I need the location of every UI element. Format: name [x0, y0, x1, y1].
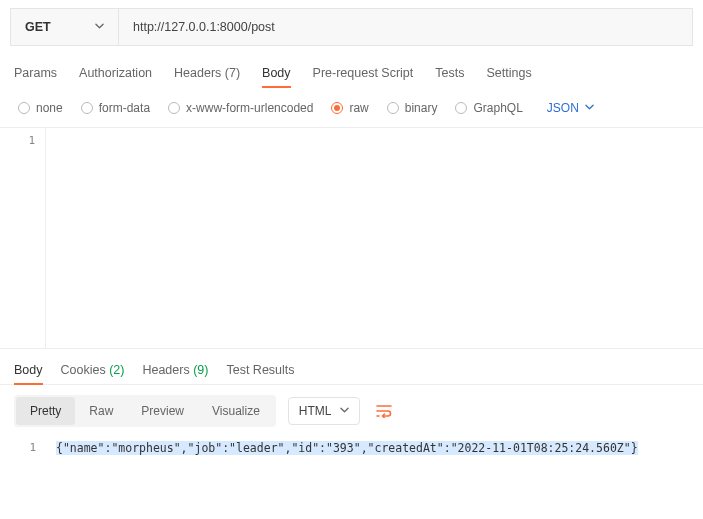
view-visualize[interactable]: Visualize [198, 397, 274, 425]
response-tabs: Body Cookies (2) Headers (9) Test Result… [0, 349, 703, 384]
radio-xwww[interactable]: x-www-form-urlencoded [168, 101, 313, 115]
radio-dot-icon [455, 102, 467, 114]
tab-tests[interactable]: Tests [435, 60, 464, 87]
editor-gutter: 1 [0, 435, 46, 461]
radio-graphql[interactable]: GraphQL [455, 101, 522, 115]
tab-body[interactable]: Body [262, 60, 291, 87]
tab-headers-count: (7) [225, 66, 240, 80]
response-text: {"name":"morpheus","job":"leader","id":"… [56, 441, 638, 455]
radio-raw-label: raw [349, 101, 368, 115]
chevron-down-icon [340, 407, 349, 416]
body-format-label: JSON [547, 101, 579, 115]
line-number: 1 [0, 441, 36, 454]
editor-gutter: 1 [0, 128, 46, 348]
tab-headers[interactable]: Headers (7) [174, 60, 240, 87]
tab-settings[interactable]: Settings [486, 60, 531, 87]
radio-dot-icon [387, 102, 399, 114]
response-tab-testresults[interactable]: Test Results [226, 359, 294, 384]
http-method-label: GET [25, 20, 51, 34]
tab-prerequest[interactable]: Pre-request Script [313, 60, 414, 87]
response-tab-headers-label: Headers [142, 363, 189, 377]
body-format-select[interactable]: JSON [547, 101, 594, 115]
chevron-down-icon [95, 23, 104, 32]
radio-dot-icon [331, 102, 343, 114]
chevron-down-icon [585, 104, 594, 113]
response-tab-body[interactable]: Body [14, 359, 43, 384]
radio-none[interactable]: none [18, 101, 63, 115]
response-tab-headers-count: (9) [193, 363, 208, 377]
line-number: 1 [0, 134, 35, 147]
radio-raw[interactable]: raw [331, 101, 368, 115]
view-pretty[interactable]: Pretty [16, 397, 75, 425]
response-body-editor[interactable]: 1 {"name":"morpheus","job":"leader","id"… [0, 435, 703, 461]
radio-dot-icon [18, 102, 30, 114]
request-bar: GET [10, 8, 693, 46]
radio-dot-icon [81, 102, 93, 114]
view-preview[interactable]: Preview [127, 397, 198, 425]
http-method-select[interactable]: GET [11, 9, 119, 45]
request-body-editor[interactable]: 1 [0, 127, 703, 349]
content-type-select[interactable]: HTML [288, 397, 360, 425]
editor-content[interactable]: {"name":"morpheus","job":"leader","id":"… [46, 435, 703, 461]
radio-binary[interactable]: binary [387, 101, 438, 115]
body-type-row: none form-data x-www-form-urlencoded raw… [0, 87, 703, 127]
response-tab-cookies-count: (2) [109, 363, 124, 377]
request-tabs: Params Authorization Headers (7) Body Pr… [0, 60, 703, 87]
tab-params[interactable]: Params [14, 60, 57, 87]
radio-graphql-label: GraphQL [473, 101, 522, 115]
url-input[interactable] [119, 9, 692, 45]
radio-binary-label: binary [405, 101, 438, 115]
radio-none-label: none [36, 101, 63, 115]
view-mode-group: Pretty Raw Preview Visualize [14, 395, 276, 427]
response-tab-cookies[interactable]: Cookies (2) [61, 359, 125, 384]
wrap-lines-icon[interactable] [372, 399, 396, 423]
response-view-bar: Pretty Raw Preview Visualize HTML [0, 384, 703, 435]
editor-content[interactable] [46, 128, 703, 348]
tab-authorization[interactable]: Authorization [79, 60, 152, 87]
radio-xwww-label: x-www-form-urlencoded [186, 101, 313, 115]
view-raw[interactable]: Raw [75, 397, 127, 425]
content-type-label: HTML [299, 404, 332, 418]
response-tab-headers[interactable]: Headers (9) [142, 359, 208, 384]
radio-form-data[interactable]: form-data [81, 101, 150, 115]
tab-headers-label: Headers [174, 66, 221, 80]
radio-formdata-label: form-data [99, 101, 150, 115]
response-tab-cookies-label: Cookies [61, 363, 106, 377]
radio-dot-icon [168, 102, 180, 114]
